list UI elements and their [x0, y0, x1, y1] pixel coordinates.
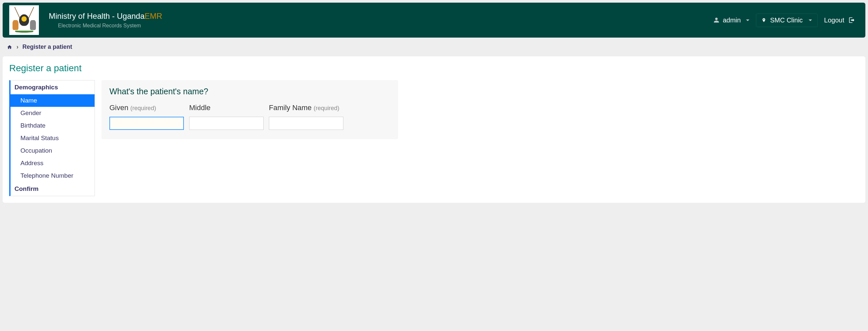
caret-down-icon	[809, 20, 812, 21]
content-card: Register a patient Demographics Name Gen…	[3, 56, 865, 203]
family-required-text: (required)	[314, 105, 339, 112]
sidebar-item-name[interactable]: Name	[10, 94, 95, 107]
sidebar-item-address[interactable]: Address	[10, 157, 95, 170]
form-question: What's the patient's name?	[110, 87, 390, 96]
sidebar-item-occupation[interactable]: Occupation	[10, 144, 95, 157]
given-label: Given (required)	[110, 103, 184, 112]
sidebar-section-confirm[interactable]: Confirm	[10, 182, 95, 196]
given-name-input[interactable]	[110, 117, 184, 130]
family-name-input[interactable]	[269, 117, 343, 130]
chevron-right-icon: ›	[17, 43, 19, 51]
home-icon[interactable]	[7, 44, 12, 50]
given-required-text: (required)	[130, 105, 156, 112]
breadcrumb: › Register a patient	[0, 40, 868, 54]
logout-label: Logout	[824, 17, 844, 24]
field-group-family: Family Name (required)	[269, 103, 343, 130]
family-label: Family Name (required)	[269, 103, 343, 112]
user-menu[interactable]: admin	[713, 17, 749, 24]
location-pin-icon	[762, 17, 766, 23]
app-title-main: Ministry of Health - Uganda	[49, 11, 145, 21]
app-subtitle: Electronic Medical Records System	[58, 23, 162, 29]
sidebar-section-demographics: Demographics	[10, 81, 95, 94]
sidebar-item-telephone[interactable]: Telephone Number	[10, 170, 95, 182]
app-title-suffix: EMR	[145, 11, 162, 21]
sidebar-item-birthdate[interactable]: Birthdate	[10, 119, 95, 132]
app-title: Ministry of Health - UgandaEMR	[49, 11, 162, 21]
family-label-text: Family Name	[269, 103, 312, 112]
sidebar-item-gender[interactable]: Gender	[10, 107, 95, 119]
given-label-text: Given	[110, 103, 128, 112]
form-container: Demographics Name Gender Birthdate Marit…	[9, 80, 859, 196]
fields-row: Given (required) Middle Family Name (req…	[110, 103, 390, 130]
user-name: admin	[723, 17, 741, 24]
field-group-given: Given (required)	[110, 103, 184, 130]
form-panel: What's the patient's name? Given (requir…	[101, 80, 398, 139]
middle-label-text: Middle	[189, 103, 211, 112]
location-selector[interactable]: SMC Clinic	[756, 13, 817, 27]
page-title: Register a patient	[9, 63, 859, 73]
breadcrumb-current: Register a patient	[23, 43, 72, 51]
header-right: admin SMC Clinic Logout	[713, 13, 859, 27]
middle-name-input[interactable]	[189, 117, 264, 130]
form-sidebar: Demographics Name Gender Birthdate Marit…	[9, 80, 95, 196]
app-header: Ministry of Health - UgandaEMR Electroni…	[3, 3, 865, 38]
caret-down-icon	[746, 20, 749, 21]
middle-label: Middle	[189, 103, 264, 112]
logout-button[interactable]: Logout	[824, 17, 856, 24]
sidebar-item-marital-status[interactable]: Marital Status	[10, 132, 95, 144]
coat-of-arms-icon	[12, 8, 37, 33]
user-icon	[713, 17, 719, 23]
logout-icon	[848, 17, 856, 23]
logo	[9, 5, 39, 35]
field-group-middle: Middle	[189, 103, 264, 130]
location-name: SMC Clinic	[770, 17, 803, 24]
title-block: Ministry of Health - UgandaEMR Electroni…	[49, 11, 162, 29]
